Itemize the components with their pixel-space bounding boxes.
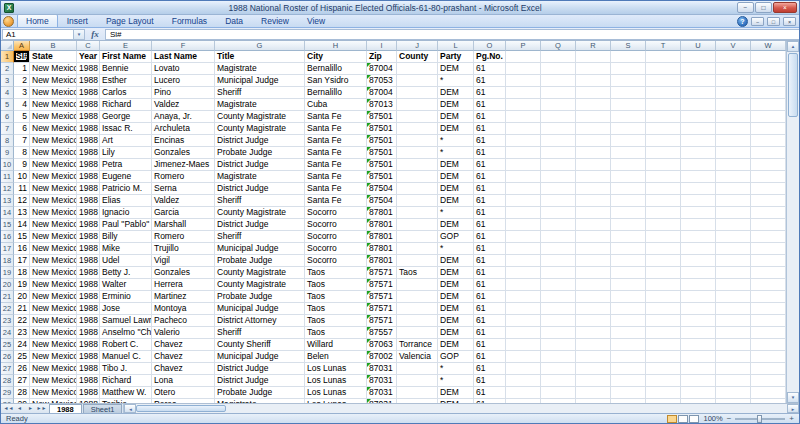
cell-I25[interactable]: 87063 (367, 339, 397, 351)
cell-H13[interactable]: Santa Fe (305, 195, 367, 207)
cell-S15[interactable] (611, 219, 646, 231)
cell-F13[interactable]: Valdez (152, 195, 215, 207)
cell-L24[interactable]: DEM (438, 327, 474, 339)
cell-C15[interactable]: 1988 (77, 219, 100, 231)
cell-E27[interactable]: Tibo J. (100, 363, 152, 375)
cell-O1[interactable]: Pg.No. (474, 51, 506, 63)
cell-H26[interactable]: Belen (305, 351, 367, 363)
cell-G24[interactable]: Sheriff (215, 327, 305, 339)
cell-L27[interactable]: * (438, 363, 474, 375)
cell-P11[interactable] (506, 171, 541, 183)
cell-E8[interactable]: Art (100, 135, 152, 147)
cell-S1[interactable] (611, 51, 646, 63)
cell-A13[interactable]: 12 (14, 195, 30, 207)
cell-F19[interactable]: Gonzales (152, 267, 215, 279)
cell-F14[interactable]: Garcia (152, 207, 215, 219)
cell-H29[interactable]: Los Lunas (305, 387, 367, 399)
cell-Q29[interactable] (541, 387, 576, 399)
cell-T3[interactable] (646, 75, 681, 87)
cell-A8[interactable]: 7 (14, 135, 30, 147)
cell-R3[interactable] (576, 75, 611, 87)
cell-Q8[interactable] (541, 135, 576, 147)
cell-Q22[interactable] (541, 303, 576, 315)
cell-A25[interactable]: 24 (14, 339, 30, 351)
zoom-slider-thumb[interactable] (757, 415, 762, 423)
cell-L17[interactable]: * (438, 243, 474, 255)
cell-Q14[interactable] (541, 207, 576, 219)
cell-Q18[interactable] (541, 255, 576, 267)
cell-J3[interactable] (397, 75, 438, 87)
cell-H22[interactable]: Taos (305, 303, 367, 315)
cell-A9[interactable]: 8 (14, 147, 30, 159)
cell-B19[interactable]: New Mexico (30, 267, 77, 279)
cell-S11[interactable] (611, 171, 646, 183)
cell-E4[interactable]: Carlos (100, 87, 152, 99)
cell-P17[interactable] (506, 243, 541, 255)
cell-O18[interactable]: 61 (474, 255, 506, 267)
cell-I2[interactable]: 87004 (367, 63, 397, 75)
cell-F12[interactable]: Serna (152, 183, 215, 195)
cell-R9[interactable] (576, 147, 611, 159)
vertical-scroll-thumb[interactable] (788, 53, 798, 117)
cell-R8[interactable] (576, 135, 611, 147)
cell-R6[interactable] (576, 111, 611, 123)
cell-S23[interactable] (611, 315, 646, 327)
cell-P2[interactable] (506, 63, 541, 75)
cell-E19[interactable]: Betty J. (100, 267, 152, 279)
column-header-Q[interactable]: Q (541, 41, 576, 51)
cell-I8[interactable]: 87501 (367, 135, 397, 147)
cell-A21[interactable]: 20 (14, 291, 30, 303)
cell-Q20[interactable] (541, 279, 576, 291)
cell-B25[interactable]: New Mexico (30, 339, 77, 351)
cell-E29[interactable]: Matthew W. (100, 387, 152, 399)
cell-Q9[interactable] (541, 147, 576, 159)
cell-S19[interactable] (611, 267, 646, 279)
cell-B23[interactable]: New Mexico (30, 315, 77, 327)
column-header-A[interactable]: A (14, 41, 30, 51)
cell-O21[interactable]: 61 (474, 291, 506, 303)
cell-S13[interactable] (611, 195, 646, 207)
cell-L12[interactable]: DEM (438, 183, 474, 195)
cell-L7[interactable]: DEM (438, 123, 474, 135)
cell-F6[interactable]: Anaya, Jr. (152, 111, 215, 123)
cell-G21[interactable]: Probate Judge (215, 291, 305, 303)
cell-S7[interactable] (611, 123, 646, 135)
cell-L16[interactable]: GOP (438, 231, 474, 243)
column-header-W[interactable]: W (751, 41, 786, 51)
cell-S18[interactable] (611, 255, 646, 267)
scroll-left-icon[interactable]: ◄ (124, 404, 136, 413)
cell-Q4[interactable] (541, 87, 576, 99)
cell-Q27[interactable] (541, 363, 576, 375)
cell-Q17[interactable] (541, 243, 576, 255)
cell-C25[interactable]: 1988 (77, 339, 100, 351)
cell-R5[interactable] (576, 99, 611, 111)
cell-R28[interactable] (576, 375, 611, 387)
cell-G5[interactable]: Magistrate (215, 99, 305, 111)
cell-A22[interactable]: 21 (14, 303, 30, 315)
cell-H2[interactable]: Bernalillo (305, 63, 367, 75)
cell-U17[interactable] (681, 243, 716, 255)
cell-W4[interactable] (751, 87, 786, 99)
cell-L6[interactable]: DEM (438, 111, 474, 123)
cell-V8[interactable] (716, 135, 751, 147)
cell-R7[interactable] (576, 123, 611, 135)
cell-F17[interactable]: Trujillo (152, 243, 215, 255)
cell-J26[interactable]: Valencia (397, 351, 438, 363)
cell-B2[interactable]: New Mexico (30, 63, 77, 75)
cell-J15[interactable] (397, 219, 438, 231)
cell-P8[interactable] (506, 135, 541, 147)
cell-V12[interactable] (716, 183, 751, 195)
cell-U4[interactable] (681, 87, 716, 99)
cell-U13[interactable] (681, 195, 716, 207)
cell-G23[interactable]: District Attorney (215, 315, 305, 327)
column-header-T[interactable]: T (646, 41, 681, 51)
cell-I17[interactable]: 87801 (367, 243, 397, 255)
cell-T29[interactable] (646, 387, 681, 399)
cell-J10[interactable] (397, 159, 438, 171)
cell-F30[interactable]: Perea (152, 399, 215, 403)
cell-G29[interactable]: Probate Judge (215, 387, 305, 399)
workbook-close-button[interactable]: × (783, 17, 796, 26)
column-header-R[interactable]: R (576, 41, 611, 51)
cell-T21[interactable] (646, 291, 681, 303)
cell-O16[interactable]: 61 (474, 231, 506, 243)
